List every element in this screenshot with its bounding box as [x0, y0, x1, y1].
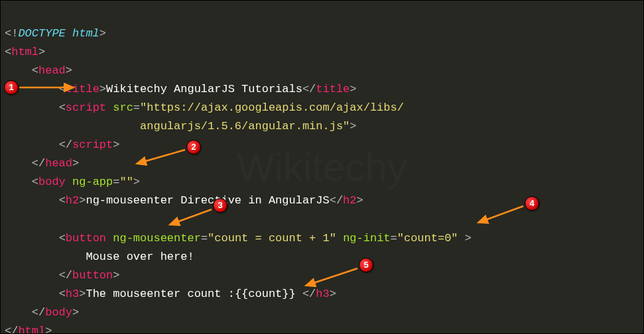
code-block: <!DOCTYPE html> <html> <head> <title>Wik… [5, 6, 639, 334]
callout-marker-3: 3 [213, 198, 227, 213]
callout-marker-5: 5 [359, 258, 373, 272]
callout-marker-2: 2 [186, 140, 201, 154]
callout-marker-1: 1 [4, 80, 19, 95]
callout-marker-4: 4 [525, 196, 539, 211]
